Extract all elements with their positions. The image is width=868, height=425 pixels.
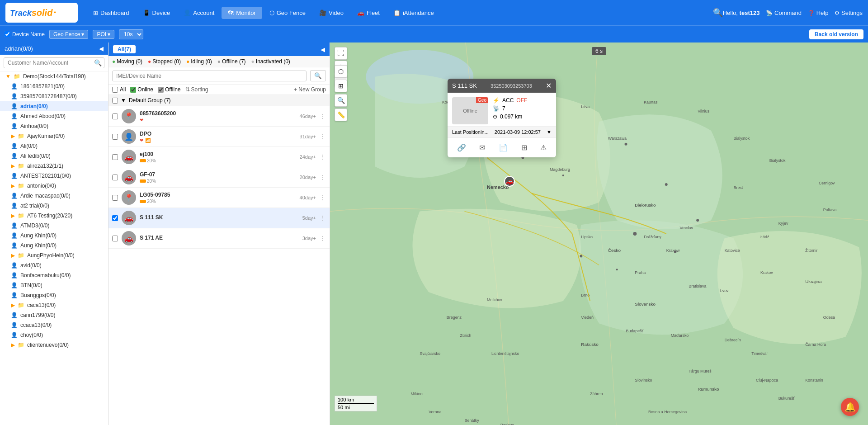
sidebar-tree-item[interactable]: 👤avid(0/0): [0, 260, 108, 270]
popup-send-button[interactable]: ✉: [477, 142, 487, 154]
device-list-item[interactable]: 👤 DPO ❤📶 31day+ ⋮: [108, 127, 330, 147]
device-checkbox[interactable]: [112, 154, 118, 160]
popup-grid-button[interactable]: ⊞: [519, 142, 529, 154]
sidebar-tree-item[interactable]: 👤ATMD3(0/0): [0, 221, 108, 231]
all-badge[interactable]: All(7): [113, 45, 136, 53]
device-list-item[interactable]: 📍 LG05-09785 20% 40day+ ⋮: [108, 188, 330, 208]
sidebar-tree-item[interactable]: 👤at2 trial(0/0): [0, 201, 108, 211]
sidebar-tree-item[interactable]: 👤Aung Khin(0/0): [0, 241, 108, 250]
popup-expand-icon[interactable]: ▼: [547, 129, 552, 135]
device-menu-button[interactable]: ⋮: [320, 174, 326, 181]
sidebar-tree-item[interactable]: 👤Aung Khin(0/0): [0, 231, 108, 241]
nav-account[interactable]: 👤 Account: [177, 7, 221, 19]
sidebar-tree-item[interactable]: 👤cann1799(0/0): [0, 310, 108, 320]
filter-idling[interactable]: ● Idling (0): [186, 58, 212, 65]
sidebar-tree-item[interactable]: ▶📁clientenuevo(0/0): [0, 340, 108, 350]
popup-link-button[interactable]: 🔗: [455, 142, 468, 154]
help-link[interactable]: ❓ Help: [808, 9, 828, 16]
device-checkbox[interactable]: [112, 195, 118, 201]
fullscreen-button[interactable]: ⛶: [335, 47, 347, 60]
device-name-checkbox[interactable]: [5, 31, 10, 37]
nav-video[interactable]: 🎥 Video: [313, 7, 350, 19]
device-checkbox[interactable]: [112, 175, 118, 180]
group-checkbox[interactable]: [112, 98, 118, 104]
interval-select[interactable]: 10s 30s 1m: [119, 29, 143, 39]
search-button[interactable]: 🔍: [713, 8, 723, 18]
device-checkbox[interactable]: [112, 113, 118, 119]
new-group-button[interactable]: + New Group: [294, 86, 326, 93]
sidebar-tree-item[interactable]: ▼📁Demo(Stock144/Total190): [0, 71, 108, 81]
ruler-button[interactable]: 📏: [335, 109, 347, 121]
sidebar-tree-item[interactable]: 👤BTN(0/0): [0, 280, 108, 290]
sidebar-tree-item[interactable]: ▶📁AungPhyoHein(0/0): [0, 250, 108, 260]
device-menu-button[interactable]: ⋮: [320, 235, 326, 242]
device-menu-button[interactable]: ⋮: [320, 194, 326, 201]
device-list-item[interactable]: 📍 085763605200 ❤ 46day+ ⋮: [108, 106, 330, 127]
device-checkbox[interactable]: [112, 236, 118, 241]
sidebar-collapse-icon[interactable]: ◀: [99, 45, 104, 52]
sort-button[interactable]: ⇅ Sorting: [185, 86, 208, 93]
device-checkbox[interactable]: [112, 215, 118, 221]
device-list-item[interactable]: 🚗 ej100 20% 24day+ ⋮: [108, 147, 330, 167]
vehicle-marker[interactable]: 🚗: [504, 176, 515, 187]
nav-geofence[interactable]: ⬡ Geo Fence: [263, 7, 312, 19]
search-on-map-button[interactable]: 🔍: [335, 94, 347, 107]
sidebar-tree-item[interactable]: 👤Ali(0/0): [0, 141, 108, 151]
filter-stopped[interactable]: ● Stopped (0): [148, 58, 181, 65]
polygon-tool-button[interactable]: ⬡: [335, 65, 347, 78]
check-all-checkbox[interactable]: [112, 87, 118, 93]
sidebar-tree-item[interactable]: 👤Ali ledib(0/0): [0, 151, 108, 161]
device-list-item[interactable]: 🚗 GF-07 20% 20day+ ⋮: [108, 167, 330, 188]
sidebar-tree-item[interactable]: 👤Ainhoa(0/0): [0, 121, 108, 131]
sidebar-tree-item[interactable]: 👤35985708172848​7(0/0): [0, 91, 108, 101]
sidebar-search-icon[interactable]: 🔍: [94, 59, 102, 66]
device-search-button[interactable]: 🔍: [310, 70, 326, 81]
popup-report-button[interactable]: 📄: [497, 142, 509, 154]
device-list-item[interactable]: 🚗 S 111 SK 5day+ ⋮: [108, 208, 330, 228]
sidebar-tree-item[interactable]: 👤18616857821(0/0): [0, 81, 108, 91]
svg-text:Černigov: Černigov: [819, 181, 835, 185]
sidebar-tree-item[interactable]: 👤Bonfacemabuku(0/0): [0, 270, 108, 280]
filter-offline[interactable]: ● Offline (7): [217, 58, 246, 65]
device-group-header[interactable]: ▼Default Group (7): [108, 95, 330, 106]
nav-monitor[interactable]: 🗺 Monitor: [222, 7, 262, 19]
device-menu-button[interactable]: ⋮: [320, 153, 326, 161]
sidebar-tree-item[interactable]: ▶📁alireza132(1/1): [0, 161, 108, 171]
popup-close-button[interactable]: ✕: [546, 81, 552, 90]
sidebar-tree-item[interactable]: 👤Ahmed Abood(0/0): [0, 111, 108, 121]
sidebar-tree-item[interactable]: 👤Buanggps(0/0): [0, 290, 108, 300]
device-list-item[interactable]: 🚗 S 171 AE 3day+ ⋮: [108, 228, 330, 249]
popup-alert-button[interactable]: ⚠: [538, 142, 548, 154]
online-checkbox[interactable]: [130, 87, 136, 93]
sidebar-tree-item[interactable]: 👤Ardie macaspac(0/0): [0, 191, 108, 201]
sidebar-tree-item[interactable]: ▶📁AT6 Testing(20/20): [0, 211, 108, 221]
sidebar-tree-item[interactable]: 👤ccaca13(0/0): [0, 320, 108, 330]
device-panel-collapse-icon[interactable]: ◀: [321, 46, 325, 53]
nav-iattendance[interactable]: 📋 iAttendance: [387, 7, 440, 19]
notification-bell-button[interactable]: 🔔: [841, 398, 859, 416]
sidebar-tree-item[interactable]: 👤ANTEST202101(0/0): [0, 171, 108, 181]
device-checkbox[interactable]: [112, 134, 118, 140]
nav-device[interactable]: 📱 Device: [137, 7, 177, 19]
offline-checkbox[interactable]: [158, 87, 164, 93]
sidebar-tree-item[interactable]: 👤choy(0/0): [0, 330, 108, 340]
layer-button[interactable]: ⊞: [335, 80, 347, 92]
nav-fleet[interactable]: 🚗 Fleet: [351, 7, 386, 19]
command-link[interactable]: 📡 Command: [766, 9, 802, 16]
back-old-version-button[interactable]: Back old version: [809, 29, 863, 39]
device-menu-button[interactable]: ⋮: [320, 214, 326, 222]
device-search-input[interactable]: [112, 71, 307, 81]
device-menu-button[interactable]: ⋮: [320, 113, 326, 120]
poi-button[interactable]: POI ▾: [93, 30, 114, 39]
sidebar-tree-item[interactable]: ▶📁caca13(0/0): [0, 300, 108, 310]
filter-inactive[interactable]: ● Inactivated (0): [251, 58, 290, 65]
device-menu-button[interactable]: ⋮: [320, 133, 326, 140]
sidebar-tree-item[interactable]: 👤adrian(0/0): [0, 101, 108, 111]
geo-fence-button[interactable]: Geo Fence ▾: [49, 30, 88, 39]
settings-link[interactable]: ⚙ Settings: [835, 9, 863, 16]
sidebar-tree-item[interactable]: ▶📁AjayKumar(0/0): [0, 131, 108, 141]
filter-moving[interactable]: ● Moving (0): [112, 58, 142, 65]
sidebar-tree-item[interactable]: ▶📁antonio(0/0): [0, 181, 108, 191]
nav-dashboard[interactable]: ⊞ Dashboard: [87, 7, 136, 19]
sidebar-search-input[interactable]: [4, 57, 104, 68]
